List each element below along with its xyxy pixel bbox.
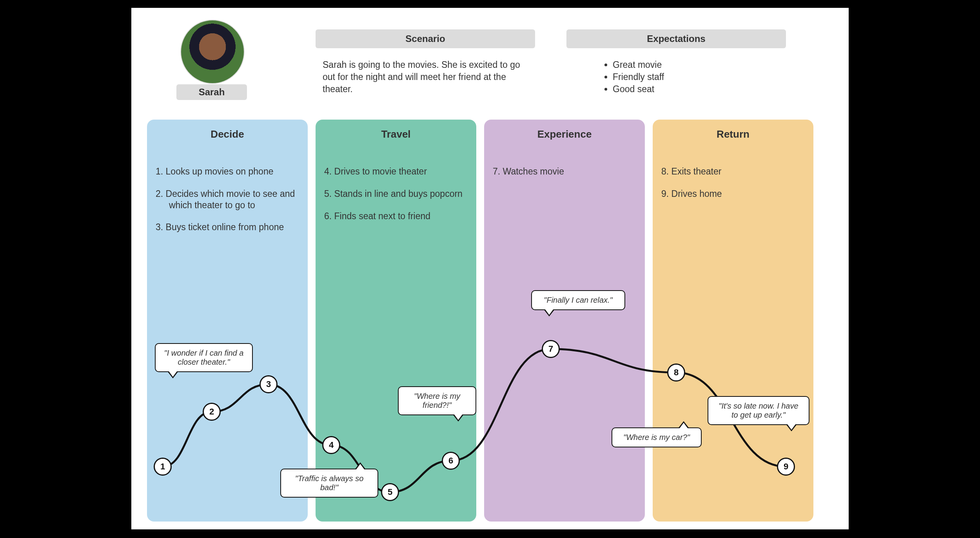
phase-step: 7. Watches movie	[493, 166, 636, 177]
phase-steps: 7. Watches movie	[493, 166, 636, 188]
scenario-header: Scenario	[316, 29, 535, 48]
expectation-item: Friendly staff	[613, 71, 782, 83]
thought-bubble-step-2: "I wonder if I can find a closer theater…	[155, 343, 253, 372]
phase-steps: 4. Drives to movie theater5. Stands in l…	[324, 166, 468, 233]
phase-steps: 8. Exits theater9. Drives home	[661, 166, 805, 211]
persona-name: Sarah	[176, 84, 247, 100]
phase-title: Experience	[484, 120, 645, 140]
bubble-tail-icon	[167, 371, 178, 378]
journey-node-6: 6	[442, 452, 460, 470]
phase-title: Travel	[316, 120, 476, 140]
bubble-tail-icon	[355, 462, 366, 469]
bubble-tail-icon	[786, 424, 797, 431]
phase-step: 6. Finds seat next to friend	[324, 211, 468, 222]
thought-bubble-step-6: "Where is my friend?!"	[398, 386, 476, 415]
phase-step: 5. Stands in line and buys popcorn	[324, 188, 468, 200]
phase-step: 4. Drives to movie theater	[324, 166, 468, 177]
journey-node-5: 5	[381, 483, 399, 501]
journey-node-9: 9	[777, 458, 795, 476]
expectation-item: Good seat	[613, 83, 782, 95]
persona-avatar	[180, 20, 245, 84]
expectations-list: Great movie Friendly staff Good seat	[602, 59, 782, 95]
phase-step: 3. Buys ticket online from phone	[156, 222, 299, 233]
phase-title: Return	[653, 120, 813, 140]
scenario-body: Sarah is going to the movies. She is exc…	[323, 59, 530, 95]
phase-step: 9. Drives home	[661, 188, 805, 200]
phase-steps: 1. Looks up movies on phone2. Decides wh…	[156, 166, 299, 244]
bubble-tail-icon	[453, 414, 464, 422]
journey-node-1: 1	[154, 458, 172, 476]
thought-bubble-step-4: "Traffic is always so bad!"	[280, 469, 378, 498]
journey-node-2: 2	[203, 403, 221, 421]
journey-node-8: 8	[667, 364, 685, 382]
phase-step: 8. Exits theater	[661, 166, 805, 177]
expectations-header: Expectations	[566, 29, 786, 48]
expectation-item: Great movie	[613, 59, 782, 71]
thought-bubble-step-7: "Finally I can relax."	[531, 290, 625, 310]
phase-step: 2. Decides which movie to see and which …	[156, 188, 299, 211]
thought-bubble-step-8: "Where is my car?"	[612, 427, 702, 447]
expectations-body: Great movie Friendly staff Good seat	[602, 59, 782, 95]
journey-node-4: 4	[322, 436, 340, 454]
phase-experience: Experience7. Watches movie	[484, 120, 645, 522]
phase-decide: Decide1. Looks up movies on phone2. Deci…	[147, 120, 308, 522]
bubble-tail-icon	[544, 309, 555, 316]
phase-step: 1. Looks up movies on phone	[156, 166, 299, 177]
phase-title: Decide	[147, 120, 308, 140]
bubble-tail-icon	[678, 421, 689, 428]
journey-map-canvas: Sarah Scenario Sarah is going to the mov…	[131, 8, 849, 529]
thought-bubble-step-9: "It's so late now. I have to get up earl…	[708, 396, 809, 425]
journey-node-7: 7	[542, 340, 560, 358]
journey-node-3: 3	[260, 375, 278, 393]
